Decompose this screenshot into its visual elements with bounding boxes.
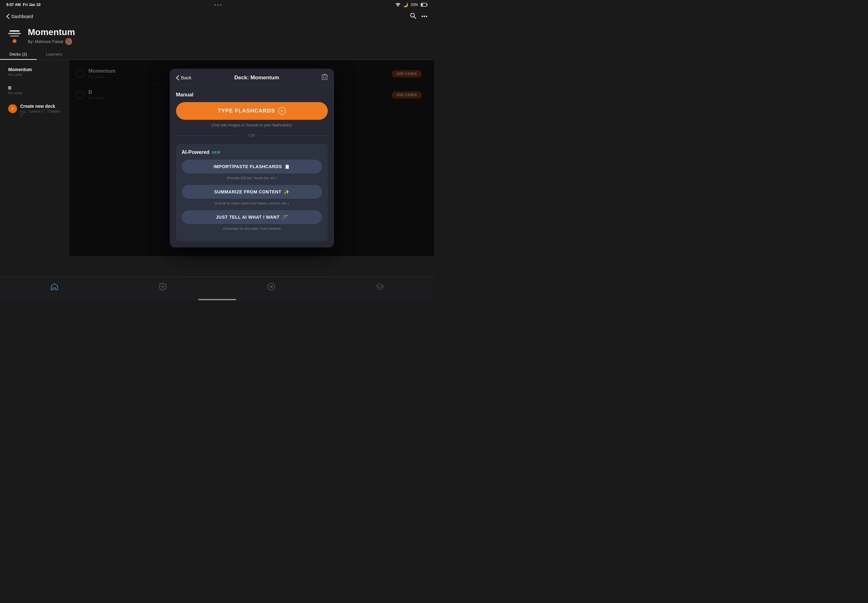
app-logo [6,28,23,44]
new-badge: NEW [212,150,221,154]
delete-deck-button[interactable] [322,74,328,82]
add-cards-modal: Back Deck: Momentum [170,69,334,247]
import-paste-hint: (Provide Q/A list, Vocab list, etc.) [182,176,322,180]
battery-icon [421,3,428,7]
summarize-hint: (Use AI to make cards from Notes, Lesson… [182,201,322,205]
more-options-icon[interactable]: ••• [421,14,428,19]
summarize-icon: ✨ [284,189,289,194]
sidebar-deck-name: Momentum [8,67,61,72]
battery-percent: 33% [411,3,418,7]
back-to-dashboard[interactable]: Dashboard [6,14,33,19]
tab-row: Decks (2) Learners [0,49,434,60]
modal-back-button[interactable]: Back [176,75,192,80]
nav-right-buttons: ••• [410,12,428,20]
user-avatar: 👤 [65,38,72,45]
ai-section-label: AI-Powered NEW [182,150,322,155]
add-icon [159,283,167,293]
import-icon: 📋 [285,164,290,169]
svg-rect-6 [9,30,20,32]
status-bar: 9:07 AM Fri Jan 10 🌙 33% [0,0,434,9]
dot-2 [217,4,219,6]
app-header: Momentum By: Mahnoor Faisal 👤 [0,23,434,49]
tab-decks[interactable]: Decks (2) [0,49,37,60]
magic-wand-icon: 🪄 [282,215,288,220]
app-subtitle: By: Mahnoor Faisal 👤 [28,38,75,45]
ai-powered-section: AI-Powered NEW IMPORT/PASTE FLASHCARDS 📋… [176,144,328,241]
nav-bar: Dashboard ••• [0,9,434,23]
create-deck-label: Create new deck [20,104,61,109]
svg-point-0 [398,6,398,7]
app-title-section: Momentum By: Mahnoor Faisal 👤 [28,27,75,45]
import-paste-flashcards-button[interactable]: IMPORT/PASTE FLASHCARDS 📋 [182,159,322,173]
create-icon: + [8,104,17,113]
or-divider: OR [176,133,328,138]
svg-rect-2 [421,4,423,6]
home-indicator [198,299,236,300]
type-flashcards-hint: (And add Images or Sounds to your flashc… [176,123,328,127]
status-center [214,4,221,6]
svg-rect-8 [10,36,19,37]
just-tell-ai-button[interactable]: JUST TELL AI WHAT I WANT 🪄 [182,210,322,224]
bottom-tab-explore[interactable] [267,283,275,293]
modal-header: Back Deck: Momentum [170,69,334,86]
bottom-tab-bar [0,276,434,302]
status-right: 🌙 33% [395,3,428,7]
modal-overlay: Back Deck: Momentum [70,60,434,256]
svg-point-4 [411,13,415,17]
svg-point-9 [12,39,16,43]
svg-line-5 [414,17,416,19]
modal-title: Deck: Momentum [234,74,279,81]
back-chevron-icon [6,14,9,19]
plus-circle-icon: + [278,107,286,115]
svg-rect-7 [8,33,21,34]
graduation-icon [376,283,384,293]
manual-section-label: Manual [176,92,328,97]
type-flashcards-button[interactable]: TYPE FLASHCARDS + [176,102,328,120]
sidebar-deck-count: No cards [8,73,61,76]
just-tell-ai-hint: (Generate for any topic, from scratch) [182,227,322,230]
status-time: 9:07 AM Fri Jan 10 [6,3,40,7]
svg-rect-10 [322,75,327,80]
modal-back-chevron-icon [176,75,179,80]
create-deck-hint: e.g., "Lesson 1", "Chapter 1" [20,109,61,117]
sidebar-deck-b-name: B [8,85,61,90]
search-icon[interactable] [410,12,416,20]
sidebar: Momentum No cards B No cards + Create ne… [0,60,70,256]
home-icon [50,283,59,293]
svg-rect-3 [427,4,428,5]
summarize-from-content-button[interactable]: SUMMARIZE FROM CONTENT ✨ [182,185,322,199]
create-new-deck[interactable]: + Create new deck e.g., "Lesson 1", "Cha… [3,100,67,121]
moon-icon: 🌙 [403,3,408,7]
bottom-tab-add[interactable] [159,283,167,293]
tab-learners[interactable]: Learners [37,49,72,60]
sidebar-deck-b[interactable]: B No cards [3,82,67,99]
dot-3 [220,4,221,6]
compass-icon [267,283,275,293]
app-title: Momentum [28,27,75,37]
sidebar-deck-b-count: No cards [8,91,61,95]
dot-1 [214,4,216,6]
bottom-tab-study[interactable] [376,283,384,293]
bottom-tab-home[interactable] [50,283,59,293]
wifi-icon [395,3,401,7]
right-content: Momentum No cards ADD CARDS › B No cards… [70,60,434,256]
main-content: Momentum No cards B No cards + Create ne… [0,60,434,256]
sidebar-deck-momentum[interactable]: Momentum No cards [3,63,67,80]
modal-body: Manual TYPE FLASHCARDS + (And add Images… [170,86,334,247]
